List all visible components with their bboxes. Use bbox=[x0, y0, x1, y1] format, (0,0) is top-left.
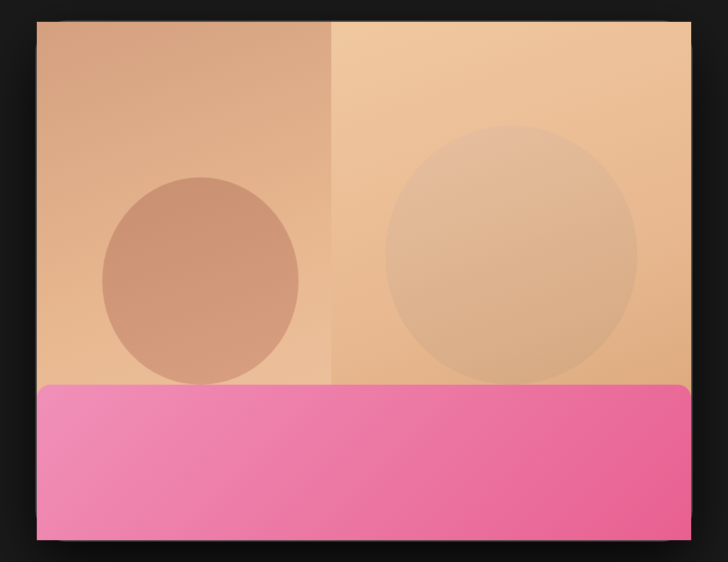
photo-grid bbox=[228, 90, 678, 527]
photo-bottom-right[interactable] bbox=[453, 396, 678, 527]
ipad-screen: 9:41 AM Tue Sep 15 100% bbox=[50, 35, 678, 527]
ipad-frame: 9:41 AM Tue Sep 15 100% bbox=[37, 22, 691, 540]
main-area: Edit Photos bbox=[50, 55, 678, 527]
photo-content: August 21 London Years Months Days All P… bbox=[228, 55, 678, 527]
